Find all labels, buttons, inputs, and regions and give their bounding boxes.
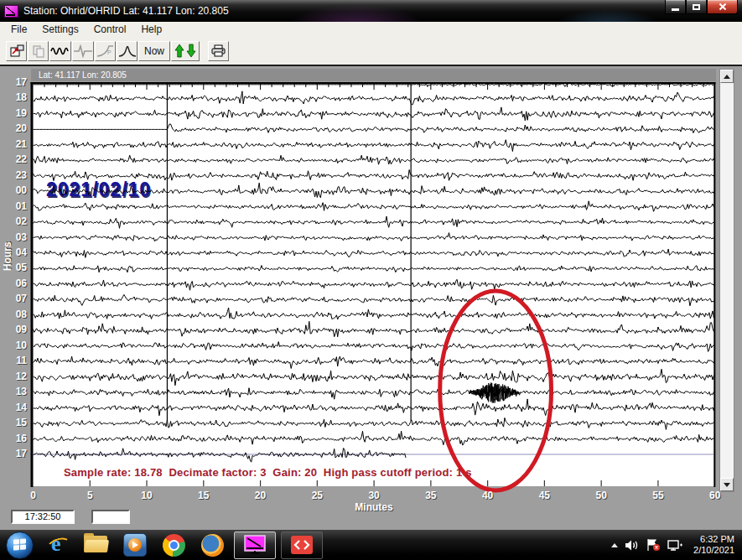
hour-tick-label: 08	[2, 309, 27, 320]
waveform-filtered-button[interactable]	[72, 41, 94, 61]
hour-tick-label: 00	[2, 184, 27, 196]
hour-tick-label: 13	[2, 386, 27, 397]
minute-tick-label: 55	[646, 490, 671, 501]
menu-settings[interactable]: Settings	[34, 23, 86, 37]
client-area: Lat: 41.117 Lon: 20.805 2021/02/102021/0…	[0, 66, 742, 530]
chevron-up-icon	[724, 71, 730, 79]
start-time-field[interactable]: 17:32:50	[11, 510, 75, 524]
minute-tick-label: 0	[21, 490, 46, 501]
volume-icon[interactable]	[625, 539, 639, 552]
hour-tick-label: 11	[2, 355, 27, 366]
green-down-arrow-icon	[186, 44, 196, 58]
minimize-icon	[672, 8, 679, 11]
minute-tick-label: 45	[532, 490, 557, 501]
minute-tick-label: 25	[304, 490, 329, 501]
now-button[interactable]: Now	[138, 41, 170, 61]
blank-field[interactable]	[91, 510, 130, 524]
minute-tick-label: 40	[475, 490, 501, 501]
close-button[interactable]	[707, 0, 738, 14]
menu-file[interactable]: File	[3, 23, 34, 37]
copy-button[interactable]	[28, 41, 49, 61]
minute-tick-label: 35	[418, 490, 444, 501]
minute-tick-label: 20	[248, 490, 273, 501]
hour-tick-label: 17	[2, 76, 27, 88]
firefox-icon	[201, 534, 224, 557]
app-icon	[4, 5, 18, 18]
spectrum-icon	[118, 44, 137, 58]
windows-logo-icon	[6, 531, 34, 559]
hour-tick-label: 07	[2, 293, 27, 304]
svg-text:P: P	[107, 49, 112, 55]
open-file-icon	[9, 44, 24, 58]
minimize-button[interactable]	[665, 0, 686, 14]
tray-date: 2/10/2021	[693, 545, 734, 556]
vertical-scrollbar[interactable]	[719, 69, 734, 492]
spectrum-button[interactable]	[117, 41, 138, 61]
hour-tick-label: 23	[2, 169, 27, 181]
close-icon	[719, 3, 727, 11]
network-icon[interactable]	[667, 539, 683, 552]
taskbar: e	[0, 530, 742, 560]
taskbar-file-explorer[interactable]	[79, 531, 114, 559]
open-file-button[interactable]	[6, 41, 27, 61]
internet-explorer-icon: e	[46, 533, 70, 557]
maximize-icon	[693, 4, 700, 10]
seismograph-app-icon	[244, 535, 266, 555]
start-button[interactable]	[2, 531, 37, 559]
toolbar: P Now	[0, 37, 742, 66]
hour-tick-label: 18	[2, 91, 27, 103]
taskbar-seismograph-app-active[interactable]	[234, 531, 276, 559]
chevron-down-icon	[724, 483, 730, 490]
minute-tick-label: 5	[77, 490, 102, 501]
helicorder-plot[interactable]: 2021/02/102021/02/10	[0, 66, 742, 530]
action-center-flag-icon[interactable]	[646, 538, 661, 552]
window-title: Station: Ohrid/OHRID Lat: 41.117 Lon: 20…	[23, 5, 229, 17]
filter-response-icon: P	[96, 44, 115, 58]
menu-help[interactable]: Help	[133, 23, 169, 37]
hour-tick-label: 06	[2, 277, 27, 289]
taskbar-internet-explorer[interactable]: e	[40, 531, 75, 559]
anydesk-icon	[289, 535, 314, 555]
date-label: 2021/02/10	[46, 179, 151, 200]
title-bar[interactable]: Station: Ohrid/OHRID Lat: 41.117 Lon: 20…	[0, 0, 742, 22]
minute-tick-label: 10	[134, 490, 159, 501]
folder-icon	[84, 536, 109, 554]
waveform-button[interactable]	[49, 41, 71, 61]
copy-icon	[32, 44, 45, 58]
scrollbar-down-button[interactable]	[720, 478, 734, 491]
hour-tick-label: 09	[2, 324, 27, 335]
printer-icon	[210, 44, 226, 58]
minute-tick-label: 15	[191, 490, 216, 501]
hour-tick-label: 12	[2, 371, 27, 382]
taskbar-chrome[interactable]	[156, 531, 191, 559]
filter-response-button[interactable]: P	[95, 41, 116, 61]
hour-tick-label: 19	[2, 107, 27, 119]
scrollbar-up-button[interactable]	[720, 70, 734, 83]
hour-tick-label: 16	[2, 433, 27, 444]
green-up-arrow-icon	[174, 44, 184, 58]
minute-tick-label: 50	[589, 490, 614, 501]
hour-tick-label: 10	[2, 340, 27, 351]
hour-tick-label: 01	[2, 200, 27, 212]
system-tray: 6:32 PM 2/10/2021	[611, 530, 742, 560]
minutes-axis-label: Minutes	[328, 501, 420, 513]
print-button[interactable]	[208, 41, 229, 61]
media-player-icon	[123, 533, 147, 557]
hour-tick-label: 02	[2, 215, 27, 227]
menu-bar: File Settings Control Help	[0, 22, 742, 37]
hours-axis-label: Hours	[2, 241, 13, 271]
hour-tick-label: 14	[2, 402, 27, 413]
taskbar-firefox[interactable]	[195, 531, 230, 559]
hour-tick-label: 22	[2, 153, 27, 165]
taskbar-anydesk[interactable]	[281, 531, 323, 559]
acquisition-info-text: Sample rate: 18.78 Decimate factor: 3 Ga…	[64, 466, 472, 479]
tray-clock[interactable]: 6:32 PM 2/10/2021	[693, 534, 734, 556]
hidden-icons-button[interactable]	[611, 540, 618, 547]
taskbar-media-player[interactable]	[117, 531, 153, 559]
menu-control[interactable]: Control	[86, 23, 134, 37]
waveform-icon	[50, 44, 70, 58]
minute-tick-label: 30	[361, 490, 387, 501]
waveform-filtered-icon	[73, 44, 93, 58]
scroll-updown-button[interactable]	[171, 41, 200, 61]
maximize-button[interactable]	[686, 0, 707, 14]
